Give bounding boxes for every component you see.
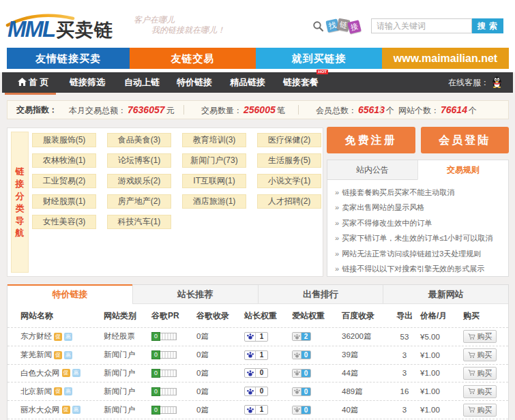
category-button[interactable]: 教育培训(3): [182, 133, 246, 147]
notice-panel: 站内公告交易规则 »链接套餐购买后买家不能主动取消»卖家出售网站的显示风格»买家…: [327, 160, 509, 277]
category-button[interactable]: 新闻门户(73): [182, 153, 246, 168]
site-category-cell: 新闻门户: [104, 401, 135, 419]
aizhan-weight-cell: 0: [292, 401, 311, 419]
paw-icon: [293, 333, 301, 340]
trade-rule-item[interactable]: »卖家出售网站的显示风格: [335, 200, 508, 215]
site-name-cell: 白色大众网 促 惠: [20, 365, 80, 382]
search-input[interactable]: [371, 18, 472, 33]
category-button[interactable]: 财经股票(1): [32, 194, 96, 209]
aizhan-weight-cell: 0: [292, 346, 311, 364]
nav-item-label: 链接筛选: [70, 77, 105, 87]
qq-icon[interactable]: [492, 76, 502, 88]
category-button[interactable]: 论坛博客(1): [107, 153, 171, 168]
category-button[interactable]: 医疗保健(2): [257, 133, 321, 147]
category-button[interactable]: 食品美食(3): [107, 133, 171, 147]
rule-text: 网站无法正常访问或掉链超过3天处理规则: [342, 250, 481, 258]
category-button[interactable]: 服装服饰(5): [32, 133, 96, 147]
listing-tab[interactable]: 特价链接: [8, 284, 132, 304]
rule-bullet-icon: »: [335, 234, 339, 242]
trade-rule-item[interactable]: »买家下错订单，未生效的订单≤1小时可以取消: [335, 230, 508, 245]
pr-meter: 0: [151, 332, 177, 341]
site-name-link[interactable]: 白色大众网: [20, 368, 60, 378]
stats-item: 网站个数：76614个: [398, 101, 477, 119]
account-buttons: 免费注册 会员登陆: [327, 127, 509, 153]
buy-button[interactable]: 购买: [463, 404, 497, 417]
table-body: 东方财经 促 惠 财经股票 0 0篇 1: [8, 328, 508, 419]
pr-bar: [160, 333, 177, 340]
google-pr-cell: 0: [151, 365, 177, 382]
category-button[interactable]: 酒店旅游(1): [182, 194, 246, 209]
category-button[interactable]: 人才招聘(2): [257, 194, 321, 209]
category-button[interactable]: 生活服务(5): [257, 153, 321, 168]
pr-value: 0: [151, 332, 160, 341]
site-name-link[interactable]: 莱芜新闻: [20, 350, 52, 360]
trade-rule-item[interactable]: »网站无法正常访问或掉链超过3天处理规则: [335, 246, 508, 261]
category-button[interactable]: 房产地产(2): [107, 194, 171, 209]
banner-segment[interactable]: www.maimailian.net: [382, 48, 509, 69]
site-name-cell: 东方财经 促 惠: [20, 328, 72, 346]
stats-item-label: 会员总数：: [316, 106, 357, 115]
trade-stats-bar: 交易指数： 本月交易总额：7636057元 交易数量：256005笔 会员总数：…: [7, 100, 509, 119]
register-button[interactable]: 免费注册: [327, 127, 415, 153]
google-indexed-cell: 0篇: [196, 401, 209, 419]
stats-item: 本月交易总额：7636057元: [69, 101, 175, 119]
price-cell: ¥5.00: [420, 328, 440, 346]
aizhan-weight-value: 0: [301, 351, 310, 359]
buy-button[interactable]: 购买: [463, 348, 497, 361]
site-name-link[interactable]: 丽水大众网: [20, 405, 60, 415]
site-name-link[interactable]: 东方财经: [20, 331, 52, 342]
baidu-indexed-cell: 489篇: [342, 382, 363, 400]
banner-segment[interactable]: 就到买链接: [256, 48, 382, 69]
pr-value: 0: [151, 406, 160, 415]
category-button[interactable]: 小说文学(1): [257, 174, 321, 188]
listing-tabs: 特价链接站长推荐出售排行最新网站: [8, 284, 508, 304]
listing-tab[interactable]: 最新网站: [383, 284, 508, 303]
slogan-line1: 客户在哪儿: [134, 15, 225, 25]
price-cell: ¥1.00: [420, 346, 440, 364]
search-button[interactable]: 搜 索: [472, 18, 503, 33]
listing-tab[interactable]: 站长推荐: [132, 284, 258, 303]
banner-segment[interactable]: 友情链接买卖: [7, 48, 130, 69]
login-button[interactable]: 会员登陆: [421, 127, 510, 153]
aizhan-weight-value: 2: [301, 333, 310, 340]
table-column-header: 站长权重: [244, 304, 277, 328]
category-button[interactable]: 游戏娱乐(2): [107, 174, 171, 188]
category-button[interactable]: 工业贸易(2): [32, 174, 96, 188]
listing-tab[interactable]: 出售排行: [258, 284, 383, 303]
trade-rule-item[interactable]: »买家不得修改生效中的订单: [335, 215, 508, 230]
nav-item[interactable]: 精品链接: [226, 72, 269, 93]
trade-rules-list: »链接套餐购买后买家不能主动取消»卖家出售网站的显示风格»买家不得修改生效中的订…: [327, 180, 508, 276]
buy-button[interactable]: 购买: [463, 385, 497, 398]
buy-cell: 购买: [463, 365, 497, 382]
nav-item[interactable]: 自动上链: [120, 72, 164, 93]
nav-item[interactable]: 链接筛选: [65, 72, 109, 93]
category-button[interactable]: 农林牧渔(1): [32, 153, 96, 168]
notice-tab[interactable]: 站内公告: [327, 160, 417, 180]
buy-button[interactable]: 购买: [463, 367, 497, 380]
category-button[interactable]: 女性美容(3): [32, 215, 96, 229]
pr-bar: [160, 370, 177, 377]
pr-bar: [160, 388, 177, 395]
table-column-header: 导出: [389, 304, 420, 328]
stats-item-unit: 元: [166, 106, 175, 115]
site-logo[interactable]: MML 买卖链: [5, 8, 121, 42]
trade-rule-item[interactable]: »链接套餐购买后买家不能主动取消: [335, 185, 508, 200]
nav-item[interactable]: 特价链接: [173, 72, 216, 93]
nav-item[interactable]: 链接套餐HOT: [279, 72, 323, 93]
stats-item-value: 76614: [439, 104, 469, 115]
table-column-header: 价格/月: [420, 304, 447, 328]
rule-text: 买家不得修改生效中的订单: [342, 219, 432, 227]
nav-item[interactable]: 首 页: [5, 72, 56, 93]
category-button[interactable]: 科技汽车(1): [107, 215, 171, 229]
cart-icon: [468, 333, 475, 340]
logo-mml-text: MML: [8, 16, 55, 42]
buy-button[interactable]: 购买: [463, 330, 497, 343]
site-name-link[interactable]: 北京新闻: [20, 387, 52, 397]
stats-title: 交易指数：: [16, 101, 57, 119]
banner-segment[interactable]: 友链交易: [130, 48, 256, 69]
hot-badge: HOT: [317, 70, 328, 74]
trade-rule-item[interactable]: »链接不得以以下对搜索引擎无效的形式展示: [335, 261, 508, 276]
category-button[interactable]: IT互联网(1): [182, 174, 246, 188]
notice-tab[interactable]: 交易规则: [417, 160, 508, 180]
cart-icon: [468, 406, 475, 413]
